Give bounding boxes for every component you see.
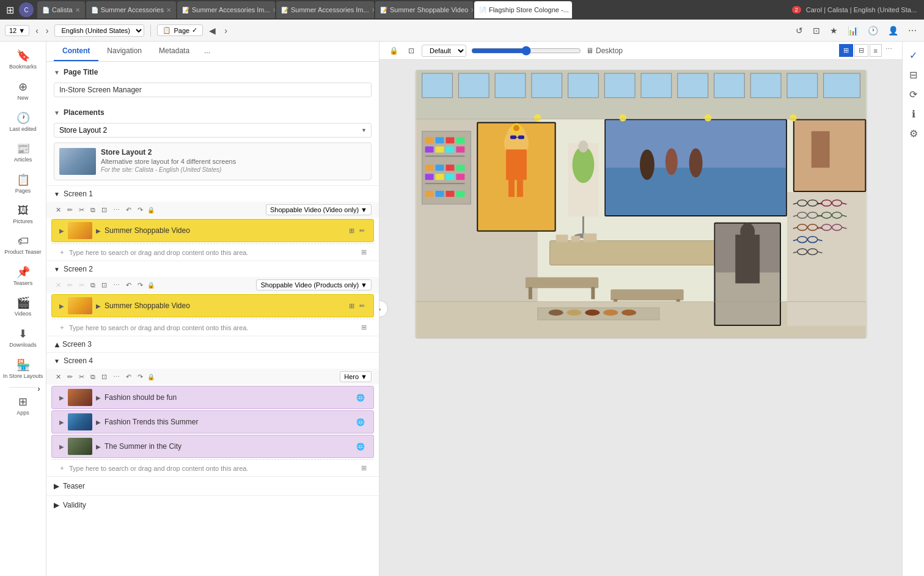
notification-badge[interactable]: 2 bbox=[792, 6, 801, 13]
preview-view-btn-3[interactable]: ≡ bbox=[870, 44, 882, 57]
screen-4-delete-btn[interactable]: ✕ bbox=[54, 372, 63, 382]
screen-4-header[interactable]: ▼ Screen 4 bbox=[46, 353, 379, 369]
sidebar-item-new[interactable]: ⊕ New bbox=[0, 75, 46, 106]
apps-grid-icon[interactable]: ⊞ bbox=[2, 4, 18, 16]
placement-selector[interactable]: Store Layout 2 bbox=[54, 123, 372, 138]
screen-1-item-1[interactable]: ▶ ▶ Summer Shoppable Video ⊞ ✏ bbox=[51, 219, 374, 242]
screen-2-header[interactable]: ▼ Screen 2 bbox=[46, 261, 379, 277]
screen-1-item-1-edit-btn[interactable]: ✏ bbox=[358, 226, 366, 236]
tab-summer-acc-close[interactable]: ✕ bbox=[166, 7, 171, 13]
page-title-input[interactable] bbox=[54, 83, 372, 97]
tab-summer-acc-im2-close[interactable]: ✕ bbox=[372, 7, 374, 13]
screen-4-add-content[interactable]: ＋ Type here to search or drag and drop c… bbox=[51, 459, 374, 476]
sidebar-item-pages[interactable]: 📋 Pages bbox=[0, 168, 46, 199]
tab-summer-acc-im1[interactable]: 📝 Summer Accessories Im... ✕ bbox=[177, 1, 275, 18]
preview-default-selector[interactable]: Default bbox=[422, 45, 466, 57]
sidebar-item-apps[interactable]: ⊞ Apps bbox=[0, 390, 46, 421]
sidebar-expand-toggle[interactable]: › bbox=[38, 385, 45, 393]
tab-calista[interactable]: 📄 Calista ✕ bbox=[37, 1, 85, 18]
right-sidebar-settings-btn[interactable]: ⚙ bbox=[905, 125, 922, 142]
refresh-button[interactable]: ↺ bbox=[793, 24, 805, 37]
forward-button[interactable]: › bbox=[43, 24, 51, 37]
tab-flagship-store[interactable]: 📄 Flagship Store Cologne -... ✕ bbox=[474, 1, 572, 18]
tab-metadata[interactable]: Metadata bbox=[150, 42, 198, 61]
panel-forward-button[interactable]: › bbox=[380, 300, 388, 317]
right-sidebar-info-btn[interactable]: ℹ bbox=[905, 105, 922, 122]
screen-2-copy-btn[interactable]: ⧉ bbox=[89, 280, 97, 290]
screen-2-paste-btn[interactable]: ⊡ bbox=[100, 280, 109, 290]
screen-4-redo-btn[interactable]: ↷ bbox=[136, 372, 145, 382]
screen-4-cut-btn[interactable]: ✂ bbox=[77, 372, 86, 382]
screen-1-header[interactable]: ▼ Screen 1 bbox=[46, 186, 379, 202]
preview-fullscreen-btn[interactable]: ⊡ bbox=[406, 45, 417, 56]
teaser-section-header[interactable]: ▶ Teaser bbox=[46, 477, 379, 495]
screen-2-redo-btn[interactable]: ↷ bbox=[136, 280, 145, 290]
sidebar-item-videos[interactable]: 🎬 Videos bbox=[0, 291, 46, 322]
tab-summer-acc-im1-close[interactable]: ✕ bbox=[273, 7, 275, 13]
user-button[interactable]: 👤 bbox=[886, 24, 901, 37]
sidebar-item-in-store-layouts[interactable]: 🏪 In Store Layouts bbox=[0, 353, 46, 385]
screen-4-edit-btn[interactable]: ✏ bbox=[65, 372, 75, 382]
screen-2-item-1-layout-btn[interactable]: ⊞ bbox=[348, 301, 356, 311]
page-button[interactable]: 📋 Page ✓ bbox=[157, 24, 203, 36]
screen-4-item-1[interactable]: ▶ ▶ Fashion should be fun 🌐 bbox=[51, 386, 374, 409]
screen-2-item-1-edit-btn[interactable]: ✏ bbox=[358, 301, 366, 311]
preview-view-btn-1[interactable]: ⊞ bbox=[839, 44, 853, 57]
screen-4-item-1-globe-btn[interactable]: 🌐 bbox=[355, 393, 366, 403]
screen-4-item-3-globe-btn[interactable]: 🌐 bbox=[355, 441, 366, 452]
validity-section-header[interactable]: ▶ Validity bbox=[46, 496, 379, 514]
preview-lock-btn[interactable]: 🔒 bbox=[387, 45, 401, 56]
preview-more-btn[interactable]: ⋯ bbox=[883, 44, 895, 57]
screen-4-item-2-globe-btn[interactable]: 🌐 bbox=[355, 417, 366, 427]
tab-summer-acc-im2[interactable]: 📝 Summer Accessories Im... ✕ bbox=[276, 1, 374, 18]
screen-4-undo-btn[interactable]: ↶ bbox=[124, 372, 133, 382]
screen-1-undo-btn[interactable]: ↶ bbox=[124, 205, 133, 215]
screen-4-type-selector[interactable]: Hero ▼ bbox=[340, 371, 372, 382]
preview-zoom-slider[interactable] bbox=[471, 46, 581, 56]
tab-summer-shoppable-close[interactable]: ✕ bbox=[471, 7, 473, 13]
screen-1-redo-btn[interactable]: ↷ bbox=[136, 205, 145, 215]
screen-4-paste-btn[interactable]: ⊡ bbox=[100, 372, 109, 382]
screen-3-header[interactable]: ▶ Screen 3 bbox=[46, 336, 379, 352]
tab-more[interactable]: ... bbox=[198, 42, 216, 61]
screen-4-item-2[interactable]: ▶ ▶ Fashion Trends this Summer 🌐 bbox=[51, 410, 374, 434]
screen-1-copy-btn[interactable]: ⧉ bbox=[89, 205, 97, 215]
more-button[interactable]: ⋯ bbox=[906, 24, 919, 37]
right-sidebar-history-btn[interactable]: ⊟ bbox=[905, 66, 922, 83]
screen-1-type-selector[interactable]: Shoppable Video (Video only) ▼ bbox=[266, 204, 372, 215]
tab-calista-close[interactable]: ✕ bbox=[75, 7, 80, 13]
screen-4-copy-btn[interactable]: ⧉ bbox=[89, 372, 97, 382]
clock-button[interactable]: 🕐 bbox=[865, 24, 881, 37]
sidebar-item-product-teaser[interactable]: 🏷 Product Teaser bbox=[0, 230, 46, 260]
screen-1-edit-btn[interactable]: ✏ bbox=[65, 205, 75, 215]
version-selector[interactable]: 12 ▼ bbox=[5, 25, 29, 36]
sidebar-item-pictures[interactable]: 🖼 Pictures bbox=[0, 199, 46, 230]
tab-flagship-store-close[interactable]: ✕ bbox=[571, 7, 572, 13]
placements-section-header[interactable]: ▼ Placements bbox=[46, 102, 379, 120]
new-window-button[interactable]: ⊡ bbox=[810, 24, 823, 37]
screen-1-delete-btn[interactable]: ✕ bbox=[54, 205, 63, 215]
tab-content[interactable]: Content bbox=[54, 42, 98, 61]
sidebar-item-bookmarks[interactable]: 🔖 Bookmarks bbox=[0, 44, 46, 75]
expand-button[interactable]: › bbox=[222, 24, 230, 37]
screen-2-more-btn[interactable]: ⋯ bbox=[111, 280, 122, 290]
preview-view-btn-2[interactable]: ⊟ bbox=[854, 44, 868, 57]
right-sidebar-share-btn[interactable]: ⟳ bbox=[905, 86, 922, 103]
star-button[interactable]: ★ bbox=[827, 24, 840, 37]
page-title-section-header[interactable]: ▼ Page Title bbox=[46, 62, 379, 80]
collapse-button[interactable]: ◀ bbox=[207, 24, 218, 37]
sidebar-item-teasers[interactable]: 📌 Teasers bbox=[0, 260, 46, 292]
tab-summer-shoppable[interactable]: 📝 Summer Shoppable Video ✕ bbox=[375, 1, 473, 18]
sidebar-item-last-edited[interactable]: 🕐 Last edited bbox=[0, 106, 46, 138]
sidebar-item-articles[interactable]: 📰 Articles bbox=[0, 137, 46, 168]
screen-4-item-3[interactable]: ▶ ▶ The Summer in the City 🌐 bbox=[51, 435, 374, 458]
screen-1-add-content[interactable]: ＋ Type here to search or drag and drop c… bbox=[51, 243, 374, 260]
chart-button[interactable]: 📊 bbox=[845, 24, 860, 37]
language-selector[interactable]: English (United States) bbox=[54, 24, 144, 37]
screen-2-add-content[interactable]: ＋ Type here to search or drag and drop c… bbox=[51, 319, 374, 336]
right-sidebar-check-btn[interactable]: ✓ bbox=[905, 46, 922, 64]
tab-summer-acc[interactable]: 📄 Summer Accessories ✕ bbox=[86, 1, 176, 18]
screen-2-undo-btn[interactable]: ↶ bbox=[124, 280, 133, 290]
screen-1-paste-btn[interactable]: ⊡ bbox=[100, 205, 109, 215]
screen-1-cut-btn[interactable]: ✂ bbox=[77, 205, 86, 215]
